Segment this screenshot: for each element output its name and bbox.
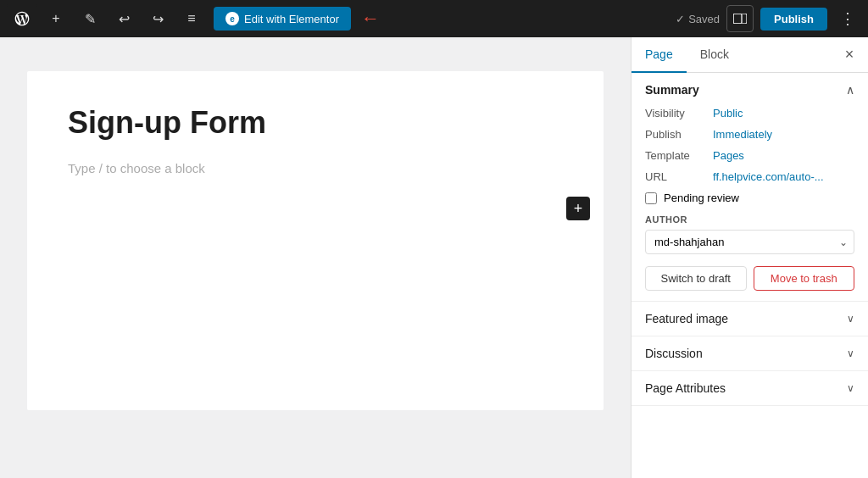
summary-title: Summary: [645, 83, 699, 97]
saved-indicator: ✓ Saved: [676, 13, 720, 25]
featured-image-chevron-icon: ∨: [847, 313, 854, 325]
pending-review-row: Pending review: [645, 192, 854, 204]
publish-row: Publish Immediately: [645, 128, 854, 141]
featured-image-header[interactable]: Featured image ∨: [645, 312, 854, 325]
discussion-header[interactable]: Discussion ∨: [645, 347, 854, 360]
editor-area: Sign-up Form Type / to choose a block +: [0, 37, 631, 478]
more-options-button[interactable]: ⋮: [834, 5, 861, 32]
edit-with-elementor-button[interactable]: e Edit with Elementor: [214, 7, 351, 31]
edit-toolbar-button[interactable]: ✎: [75, 3, 105, 34]
pending-review-label: Pending review: [664, 192, 739, 204]
summary-section: Summary ∧ Visibility Public Publish Imme…: [632, 73, 868, 302]
page-attributes-section: Page Attributes ∨: [632, 371, 868, 406]
redo-button[interactable]: ↪: [142, 3, 173, 34]
author-select-wrapper: md-shahjahan ⌄: [645, 230, 854, 254]
publish-label: Publish: [645, 128, 713, 141]
url-label: URL: [645, 170, 713, 183]
saved-label: Saved: [688, 13, 720, 25]
tab-page[interactable]: Page: [632, 37, 687, 73]
preview-button[interactable]: [726, 5, 754, 32]
template-row: Template Pages: [645, 149, 854, 162]
page-attributes-chevron-icon: ∨: [847, 382, 854, 394]
list-view-button[interactable]: ≡: [176, 3, 207, 34]
main-toolbar: + ✎ ↩ ↪ ≡ e Edit with Elementor ← ✓ Save…: [0, 0, 868, 37]
svg-rect-0: [733, 14, 747, 24]
undo-button[interactable]: ↩: [108, 3, 139, 34]
discussion-chevron-icon: ∨: [847, 347, 854, 359]
url-row: URL ff.helpvice.com/auto-...: [645, 170, 854, 183]
visibility-label: Visibility: [645, 107, 713, 119]
author-label: AUTHOR: [645, 214, 854, 225]
svg-rect-1: [733, 14, 742, 24]
visibility-value[interactable]: Public: [713, 107, 743, 119]
url-value[interactable]: ff.helpvice.com/auto-...: [713, 170, 824, 183]
page-title: Sign-up Form: [68, 105, 563, 141]
elementor-icon: e: [225, 12, 239, 25]
wp-logo[interactable]: [7, 3, 37, 34]
add-block-button[interactable]: +: [566, 197, 590, 220]
page-attributes-header[interactable]: Page Attributes ∨: [645, 381, 854, 395]
tab-block[interactable]: Block: [687, 37, 743, 73]
discussion-section: Discussion ∨: [632, 336, 868, 371]
wp-logo-icon: [14, 10, 31, 27]
switch-to-draft-button[interactable]: Switch to draft: [645, 266, 747, 291]
publish-value[interactable]: Immediately: [713, 128, 772, 141]
template-value[interactable]: Pages: [713, 149, 744, 162]
check-icon: ✓: [676, 13, 685, 25]
editor-canvas: Sign-up Form Type / to choose a block +: [27, 71, 604, 410]
featured-image-title: Featured image: [645, 312, 728, 325]
sidebar-close-button[interactable]: ×: [837, 43, 861, 67]
sidebar-header: Page Block ×: [632, 37, 868, 73]
template-label: Template: [645, 149, 713, 162]
arrow-indicator: ←: [361, 8, 380, 30]
block-placeholder[interactable]: Type / to choose a block: [68, 161, 563, 175]
publish-button[interactable]: Publish: [760, 8, 827, 31]
discussion-title: Discussion: [645, 347, 703, 360]
move-to-trash-button[interactable]: Move to trash: [754, 266, 855, 291]
page-attributes-title: Page Attributes: [645, 381, 726, 395]
preview-icon: [733, 14, 747, 24]
action-buttons: Switch to draft Move to trash: [645, 266, 854, 291]
featured-image-section: Featured image ∨: [632, 302, 868, 336]
author-select[interactable]: md-shahjahan: [645, 230, 854, 254]
main-area: Sign-up Form Type / to choose a block + …: [0, 37, 868, 478]
summary-header: Summary ∧: [645, 83, 854, 97]
sidebar-panel: Page Block × Summary ∧ Visibility Public…: [631, 37, 868, 478]
add-block-toolbar-button[interactable]: +: [41, 3, 71, 34]
pending-review-checkbox[interactable]: [645, 192, 657, 204]
summary-toggle-button[interactable]: ∧: [846, 83, 854, 97]
toolbar-right: ✓ Saved Publish ⋮: [676, 5, 861, 32]
visibility-row: Visibility Public: [645, 107, 854, 119]
